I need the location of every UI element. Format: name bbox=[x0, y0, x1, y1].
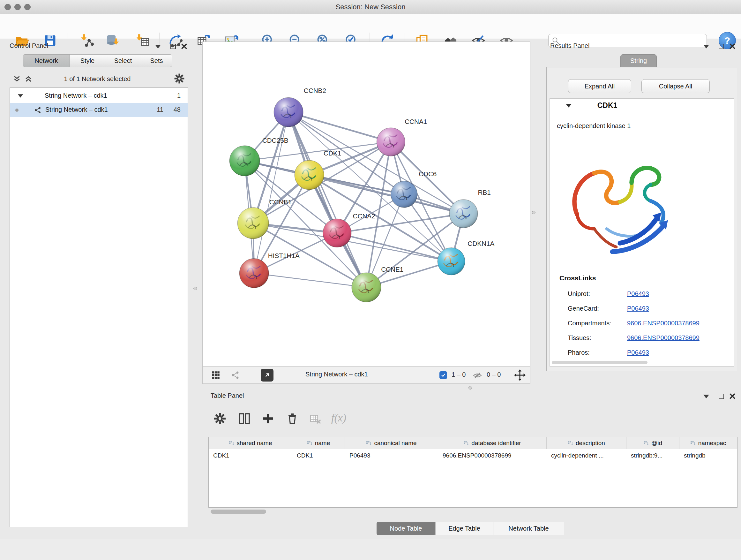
crosslink-value-link[interactable]: 9606.ENSP00000378699 bbox=[627, 320, 699, 327]
left-splitter-handle[interactable] bbox=[193, 287, 197, 290]
gene-section-expander-icon[interactable] bbox=[566, 104, 571, 108]
table-panel-title: Table Panel bbox=[211, 392, 244, 399]
column-header-label: description bbox=[576, 440, 605, 447]
column-sort-icon bbox=[463, 441, 469, 446]
crosslink-value-link[interactable]: P06493 bbox=[627, 290, 649, 298]
tab-select[interactable]: Select bbox=[105, 54, 141, 67]
network-node-CDC25B[interactable] bbox=[229, 145, 260, 176]
results-hscrollbar[interactable] bbox=[552, 361, 648, 364]
gene-name[interactable]: CDK1 bbox=[582, 101, 633, 110]
network-options-gear-icon[interactable] bbox=[174, 73, 185, 84]
table-cell[interactable]: stringdb:9... bbox=[626, 449, 679, 462]
network-node-CCNB2[interactable] bbox=[274, 98, 303, 127]
status-bar: Memory bbox=[0, 539, 741, 560]
collapse-all-networks-icon[interactable] bbox=[24, 75, 32, 83]
network-node-RB1[interactable] bbox=[449, 199, 478, 228]
tab-node-table[interactable]: Node Table bbox=[377, 522, 435, 535]
toolbar-divider bbox=[68, 33, 68, 49]
right-splitter-handle[interactable] bbox=[532, 211, 536, 214]
string-network-graph[interactable]: CCNB2CCNA1CDC25BCDK1CDC6RB1CCNB1CCNA2CDK… bbox=[203, 42, 530, 366]
grid-view-icon[interactable] bbox=[211, 370, 220, 380]
table-cell[interactable]: stringdb bbox=[679, 449, 737, 462]
current-network-title: String Network – cdk1 bbox=[306, 371, 368, 378]
network-node-CCNE1[interactable] bbox=[352, 273, 381, 302]
network-node-CCNB1[interactable] bbox=[238, 207, 269, 239]
collection-count: 1 bbox=[166, 92, 181, 99]
network-canvas[interactable]: CCNB2CCNA1CDC25BCDK1CDC6RB1CCNB1CCNA2CDK… bbox=[202, 42, 530, 367]
import-network-file-button[interactable] bbox=[77, 32, 95, 50]
network-node-CCNA1[interactable] bbox=[377, 128, 405, 156]
netbar-divider bbox=[254, 369, 254, 381]
crosslink-value-link[interactable]: P06493 bbox=[627, 349, 649, 356]
tree-expander-icon[interactable] bbox=[18, 94, 23, 98]
column-header-shared-name[interactable]: shared name bbox=[209, 437, 292, 449]
crosslink-row: Tissues:9606.ENSP00000378699 bbox=[550, 331, 734, 346]
crosslink-label: Uniprot: bbox=[568, 290, 590, 298]
tab-sets[interactable]: Sets bbox=[141, 54, 172, 67]
node-count: 11 bbox=[149, 106, 163, 113]
import-network-database-icon bbox=[106, 33, 120, 48]
expand-all-networks-icon[interactable] bbox=[13, 75, 21, 83]
network-view-icon[interactable] bbox=[231, 371, 240, 380]
crosslink-value-link[interactable]: 9606.ENSP00000378699 bbox=[627, 334, 699, 341]
tab-style[interactable]: Style bbox=[70, 54, 105, 67]
network-type-icon bbox=[34, 106, 42, 114]
selected-checkbox-icon[interactable] bbox=[440, 371, 447, 379]
column-header-canonical-name[interactable]: canonical name bbox=[345, 437, 438, 449]
control-panel-float-icon[interactable] bbox=[155, 45, 161, 49]
show-columns-icon[interactable] bbox=[238, 412, 251, 425]
column-header--id[interactable]: @id bbox=[626, 437, 679, 449]
birdseye-toggle-button[interactable] bbox=[261, 369, 273, 381]
crosslinks-list: Uniprot:P06493GeneCard:P06493Compartment… bbox=[550, 287, 734, 361]
table-options-gear-icon[interactable] bbox=[213, 412, 226, 425]
network-collection-row[interactable]: String Network – cdk1 1 bbox=[10, 89, 188, 103]
table-cell[interactable]: cyclin-dependent ... bbox=[547, 449, 626, 462]
add-column-icon[interactable] bbox=[261, 412, 275, 425]
import-table-icon bbox=[135, 33, 150, 48]
control-panel-close-icon[interactable] bbox=[181, 44, 187, 49]
results-panel-float-icon[interactable] bbox=[703, 45, 709, 49]
tab-edge-table[interactable]: Edge Table bbox=[435, 522, 493, 535]
table-hscrollbar-thumb[interactable] bbox=[211, 509, 266, 514]
network-node-CDK1[interactable] bbox=[294, 160, 324, 190]
bottom-splitter-handle[interactable] bbox=[468, 386, 472, 389]
crosslink-row: GeneCard:P06493 bbox=[550, 302, 734, 316]
import-network-database-button[interactable] bbox=[104, 32, 122, 50]
tab-network-table[interactable]: Network Table bbox=[493, 522, 564, 535]
tab-network[interactable]: Network bbox=[23, 54, 70, 67]
gene-description: cyclin-dependent kinase 1 bbox=[557, 122, 630, 130]
column-header-name[interactable]: name bbox=[292, 437, 345, 449]
delete-column-icon[interactable] bbox=[286, 412, 299, 425]
network-node-CDKN1A[interactable] bbox=[437, 248, 465, 275]
network-node-CCNA2[interactable] bbox=[323, 219, 351, 247]
table-panel-float-icon[interactable] bbox=[703, 395, 709, 398]
control-panel-maximize-icon[interactable] bbox=[171, 44, 176, 49]
network-node-CDC6[interactable] bbox=[391, 181, 417, 207]
table-cell[interactable]: 9606.ENSP00000378699 bbox=[438, 449, 547, 462]
network-node-HIST1H1A[interactable] bbox=[239, 259, 269, 288]
table-cell[interactable]: CDK1 bbox=[209, 449, 292, 462]
results-panel-close-icon[interactable] bbox=[730, 44, 735, 49]
node-label-CCNA1: CCNA1 bbox=[405, 118, 427, 125]
gene-result-card: CDK1 cyclin-dependent kinase 1 CrossLink… bbox=[549, 98, 734, 367]
table-panel-close-icon[interactable] bbox=[730, 393, 735, 399]
delete-table-icon bbox=[309, 413, 321, 425]
collapse-all-button[interactable]: Collapse All bbox=[642, 79, 710, 93]
import-table-button[interactable] bbox=[133, 32, 151, 50]
table-row[interactable]: CDK1CDK1P064939606.ENSP00000378699cyclin… bbox=[209, 449, 737, 462]
table-cell[interactable]: CDK1 bbox=[292, 449, 345, 462]
results-panel-maximize-icon[interactable] bbox=[719, 44, 724, 49]
table-cell[interactable]: P06493 bbox=[345, 449, 438, 462]
column-sort-icon bbox=[568, 441, 573, 446]
crosslink-value-link[interactable]: P06493 bbox=[627, 305, 649, 312]
column-header-namespac[interactable]: namespac bbox=[679, 437, 737, 449]
pan-crosshair-icon[interactable] bbox=[514, 369, 526, 381]
node-label-CCNE1: CCNE1 bbox=[381, 266, 403, 273]
network-row-selected[interactable]: String Network – cdk1 11 48 bbox=[10, 103, 188, 117]
column-header-database-identifier[interactable]: database identifier bbox=[438, 437, 547, 449]
column-header-description[interactable]: description bbox=[547, 437, 626, 449]
tab-string[interactable]: String bbox=[620, 54, 657, 67]
crosslink-row: Pharos:P06493 bbox=[550, 346, 734, 361]
table-panel-maximize-icon[interactable] bbox=[719, 394, 724, 399]
expand-all-button[interactable]: Expand All bbox=[568, 79, 631, 93]
